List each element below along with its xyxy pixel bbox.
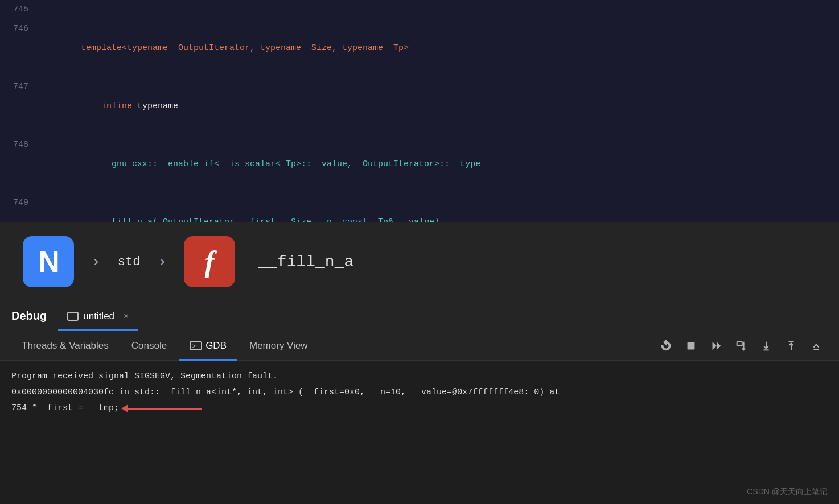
gdb-arrow: >_ (192, 342, 200, 349)
gdb-terminal-icon: >_ (190, 341, 202, 350)
notion-icon: N (23, 236, 74, 287)
svg-rect-3 (737, 341, 742, 345)
line-content: __gnu_cxx::__enable_if<__is_scalar<_Tp>:… (40, 135, 839, 193)
debug-tabs-row: Debug untitled × (0, 301, 839, 331)
restart-button[interactable] (656, 336, 676, 356)
nav-breadcrumb: N › std › f __fill_n_a (0, 222, 839, 301)
breadcrumb-chevron-icon-2: › (157, 253, 167, 271)
debug-tab-close[interactable]: × (124, 311, 129, 321)
tab-gdb-label: GDB (205, 340, 227, 352)
debug-small-arrow (128, 408, 202, 410)
debug-arrow-head-small (121, 404, 128, 412)
code-line-747: 747 inline typename (0, 77, 839, 135)
line-number: 749 (0, 193, 40, 213)
tab-file-icon (67, 312, 79, 321)
svg-marker-2 (717, 341, 721, 350)
line-number: 745 (0, 0, 40, 19)
step-into-button[interactable] (756, 336, 776, 356)
line-content: inline typename (40, 77, 839, 135)
continue-button[interactable] (706, 336, 726, 356)
tab-gdb[interactable]: >_ GDB (179, 331, 237, 361)
code-line-748: 748 __gnu_cxx::__enable_if<__is_scalar<_… (0, 135, 839, 193)
code-editor: 745 746 template<typename _OutputIterato… (0, 0, 839, 222)
debug-output: Program received signal SIGSEGV, Segment… (0, 361, 839, 504)
debug-line-3-text: 754 *__first = __tmp; (11, 400, 119, 416)
breadcrumb-namespace: std (118, 255, 141, 269)
debug-title: Debug (11, 309, 47, 323)
step-up-button[interactable] (806, 336, 826, 356)
tab-console-label: Console (131, 340, 167, 352)
debug-output-line-2: 0x0000000000004030fc in std::__fill_n_a<… (11, 385, 828, 400)
step-out-button[interactable] (781, 336, 801, 356)
tab-console[interactable]: Console (121, 331, 177, 361)
code-line-745: 745 (0, 0, 839, 19)
code-lines: 745 746 template<typename _OutputIterato… (0, 0, 839, 222)
debug-output-line-1: Program received signal SIGSEGV, Segment… (11, 369, 828, 385)
watermark: CSDN @天天向上笔记 (747, 487, 828, 497)
stop-button[interactable] (681, 336, 701, 356)
breadcrumb-chevron-icon: › (91, 253, 101, 271)
line-number: 748 (0, 135, 40, 155)
debug-toolbar: Threads & Variables Console >_ GDB Memor… (0, 331, 839, 361)
svg-marker-1 (713, 341, 717, 350)
breadcrumb-function: __fill_n_a (258, 253, 353, 271)
code-line-749: 749 __fill_n_a(_OutputIterator __first, … (0, 193, 839, 222)
code-line-746: 746 template<typename _OutputIterator, t… (0, 19, 839, 77)
tab-memory-view-label: Memory View (249, 340, 308, 352)
debug-tab-untitled[interactable]: untitled × (58, 301, 138, 331)
svg-rect-0 (688, 342, 695, 349)
line-content: template<typename _OutputIterator, typen… (40, 19, 839, 77)
tab-memory-view[interactable]: Memory View (239, 331, 318, 361)
debug-panel: Debug untitled × Threads & Variables Con… (0, 301, 839, 504)
debug-output-line-3: 754 *__first = __tmp; (11, 400, 828, 416)
line-content: __fill_n_a(_OutputIterator __first, _Siz… (40, 193, 839, 222)
notion-n-letter: N (38, 245, 59, 279)
line-number: 746 (0, 19, 40, 39)
debug-tab-label: untitled (83, 311, 114, 322)
debug-arrow-line-small (128, 408, 202, 410)
func-icon: f (184, 236, 235, 287)
step-over-button[interactable] (731, 336, 751, 356)
line-number: 747 (0, 77, 40, 97)
tab-threads-variables-label: Threads & Variables (22, 340, 109, 352)
func-f-letter: f (205, 245, 215, 279)
tab-threads-variables[interactable]: Threads & Variables (11, 331, 119, 361)
